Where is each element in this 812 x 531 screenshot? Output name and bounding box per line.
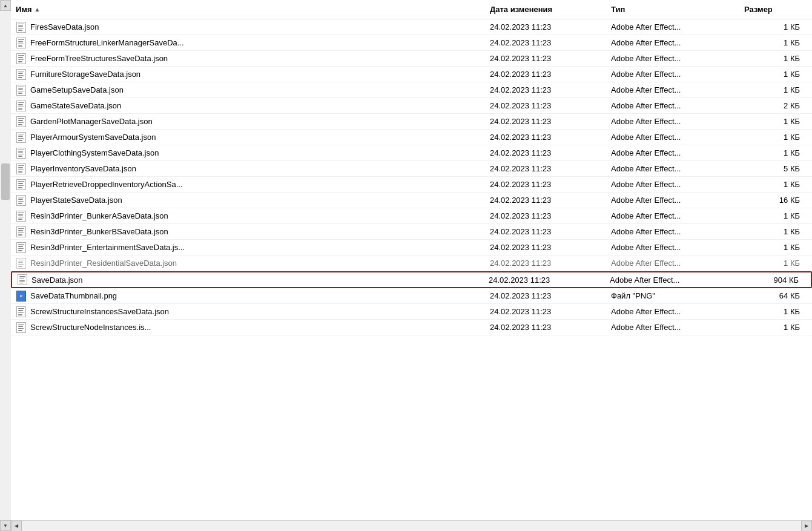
json-file-icon [16,195,27,206]
json-file-icon [16,211,27,222]
table-row[interactable]: Resin3dPrinter_BunkerASaveData.json24.02… [11,208,812,224]
file-type: Adobe After Effect... [606,52,739,65]
scroll-right-arrow[interactable]: ▶ [801,521,812,532]
json-file-icon [16,101,27,111]
table-row[interactable]: PlayerInventorySaveData.json24.02.2023 1… [11,161,812,177]
json-file-icon [16,163,27,174]
left-scrollbar[interactable]: ▲ ▼ [0,0,11,531]
table-row[interactable]: Resin3dPrinter_EntertainmentSaveData.js.… [11,240,812,256]
file-type: Adobe After Effect... [606,84,739,96]
file-name-text: PlayerClothingSystemSaveData.json [30,148,159,157]
file-name-text: Resin3dPrinter_ResidentialSaveData.json [30,259,177,268]
json-file-icon [16,22,27,33]
header-name[interactable]: Имя ▲ [11,2,485,16]
file-name-text: PlayerRetrieveDroppedInventoryActionSa..… [30,180,182,189]
file-name-cell: PlayerStateSaveData.json [11,193,485,208]
json-file-icon [16,179,27,190]
bottom-scrollbar[interactable]: ◀ ▶ [11,520,812,531]
table-row[interactable]: PlayerStateSaveData.json24.02.2023 11:23… [11,193,812,208]
scroll-track-left[interactable] [0,11,11,520]
file-size: 1 КБ [739,209,812,222]
file-date: 24.02.2023 11:23 [485,84,606,96]
file-size: 1 КБ [739,52,812,65]
file-size: 1 КБ [739,305,812,318]
json-file-icon [16,53,27,64]
json-file-icon [16,132,27,143]
table-row[interactable]: GardenPlotManagerSaveData.json24.02.2023… [11,114,812,130]
file-name-cell: Resin3dPrinter_BunkerASaveData.json [11,209,485,223]
scroll-thumb-left[interactable] [1,163,10,200]
file-name-text: FreeFormTreeStructuresSaveData.json [30,54,168,63]
file-type: Adobe After Effect... [606,225,739,238]
sort-arrow-name: ▲ [35,6,41,13]
file-name-cell: FurnitureStorageSaveData.json [11,67,485,82]
file-name-cell: GardenPlotManagerSaveData.json [11,114,485,129]
header-type[interactable]: Тип [606,2,739,16]
json-file-icon [16,69,27,80]
file-name-cell: Resin3dPrinter_ResidentialSaveData.json [11,256,485,271]
scroll-down-arrow[interactable]: ▼ [0,520,11,531]
file-name-text: SaveData.json [31,275,83,285]
file-size: 1 КБ [739,241,812,254]
file-type: Adobe After Effect... [606,36,739,49]
file-size: 64 КБ [739,289,812,302]
json-file-icon [16,242,27,253]
file-name-cell: PSaveDataThumbnail.png [11,289,485,303]
file-type: Adobe After Effect... [606,162,739,175]
file-type: Adobe After Effect... [606,321,739,334]
file-date: 24.02.2023 11:23 [485,178,606,191]
png-file-icon: P [16,291,27,302]
table-row[interactable]: Resin3dPrinter_ResidentialSaveData.json2… [11,256,812,271]
file-name-cell: FiresSaveData.json [11,20,485,35]
header-date[interactable]: Дата изменения [485,2,606,16]
header-size[interactable]: Размер [739,2,812,16]
table-row[interactable]: GameSetupSaveData.json24.02.2023 11:23Ad… [11,82,812,98]
file-name-cell: GameStateSaveData.json [11,99,485,113]
table-row[interactable]: SaveData.json24.02.2023 11:23Adobe After… [11,271,812,288]
json-file-icon [17,274,28,285]
file-name-text: GameSetupSaveData.json [30,85,124,94]
file-size: 1 КБ [739,21,812,33]
header-date-label: Дата изменения [490,5,552,14]
header-type-label: Тип [611,5,625,14]
scroll-up-arrow[interactable]: ▲ [0,0,11,11]
file-size: 1 КБ [739,225,812,238]
file-date: 24.02.2023 11:23 [485,241,606,254]
file-name-cell: ScrewStructureInstancesSaveData.json [11,305,485,319]
file-name-cell: ScrewStructureNodeInstances.is... [11,320,485,335]
table-row[interactable]: ScrewStructureNodeInstances.is...24.02.2… [11,320,812,335]
table-row[interactable]: FurnitureStorageSaveData.json24.02.2023 … [11,67,812,82]
table-row[interactable]: Resin3dPrinter_BunkerBSaveData.json24.02… [11,224,812,240]
file-type: Adobe After Effect... [606,147,739,159]
table-row[interactable]: ScrewStructureInstancesSaveData.json24.0… [11,304,812,320]
file-name-cell: PlayerArmourSystemSaveData.json [11,130,485,145]
file-type: Adobe After Effect... [606,131,739,143]
file-size: 1 КБ [739,36,812,49]
header-size-label: Размер [744,5,773,14]
file-size: 1 КБ [739,321,812,334]
json-file-icon [16,116,27,127]
file-size: 1 КБ [739,147,812,159]
file-date: 24.02.2023 11:23 [485,305,606,318]
scroll-track-bottom[interactable] [22,521,801,531]
table-row[interactable]: PlayerRetrieveDroppedInventoryActionSa..… [11,177,812,193]
table-row[interactable]: FreeFormStructureLinkerManagerSaveDa...2… [11,35,812,51]
file-date: 24.02.2023 11:23 [485,68,606,81]
scroll-left-arrow[interactable]: ◀ [11,521,22,532]
json-file-icon [16,306,27,317]
table-row[interactable]: FiresSaveData.json24.02.2023 11:23Adobe … [11,19,812,35]
file-date: 24.02.2023 11:23 [485,115,606,128]
table-row[interactable]: PSaveDataThumbnail.png24.02.2023 11:23Фа… [11,288,812,304]
table-row[interactable]: PlayerArmourSystemSaveData.json24.02.202… [11,130,812,145]
table-row[interactable]: GameStateSaveData.json24.02.2023 11:23Ad… [11,98,812,114]
file-name-text: FurnitureStorageSaveData.json [30,70,140,79]
file-date: 24.02.2023 11:23 [485,52,606,65]
json-file-icon [16,38,27,48]
table-row[interactable]: PlayerClothingSystemSaveData.json24.02.2… [11,145,812,161]
file-type: Adobe After Effect... [606,194,739,206]
table-row[interactable]: FreeFormTreeStructuresSaveData.json24.02… [11,51,812,67]
file-date: 24.02.2023 11:23 [485,147,606,159]
file-size: 1 КБ [739,115,812,128]
file-date: 24.02.2023 11:23 [485,225,606,238]
file-date: 24.02.2023 11:23 [484,274,605,286]
